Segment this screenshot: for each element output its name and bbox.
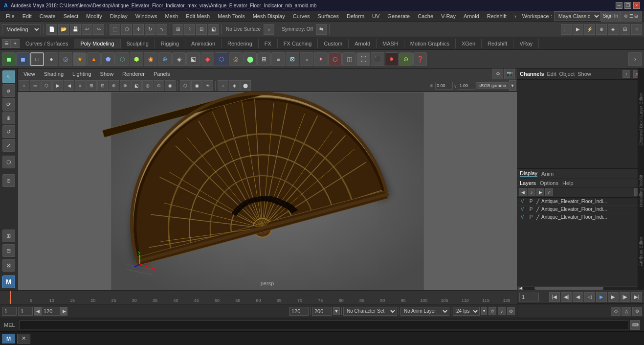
shelf-icon-20[interactable]: ≡: [271, 52, 285, 66]
snap-point[interactable]: ⊡: [196, 24, 207, 35]
shelf-icon-4[interactable]: ●: [44, 52, 58, 66]
redo-button[interactable]: ↪: [93, 24, 104, 35]
shelf-icon-22[interactable]: ⬦: [300, 52, 313, 66]
vt-shaded[interactable]: ◈: [229, 80, 240, 91]
open-scene-button[interactable]: 📂: [58, 24, 69, 35]
tab-curves-surfaces[interactable]: Curves / Surfaces: [20, 39, 74, 48]
soft-select[interactable]: ⊙: [2, 174, 15, 187]
shelf-icon-3[interactable]: □: [30, 52, 44, 66]
scroll-thumb[interactable]: [534, 287, 604, 290]
shelf-icon-21[interactable]: ⊠: [286, 52, 299, 66]
scale-button[interactable]: ⤢: [2, 139, 15, 152]
play-forward-button[interactable]: ▶: [596, 292, 607, 302]
tab-rigging[interactable]: Rigging: [155, 39, 185, 48]
symmetry-toggle[interactable]: ⇆: [316, 24, 327, 35]
show-menu[interactable]: Show: [96, 70, 118, 78]
vt-btn-1[interactable]: ○: [19, 80, 29, 91]
transform-button[interactable]: ⊕: [2, 112, 15, 124]
frame-slider[interactable]: [41, 307, 61, 316]
shelf-icon-10[interactable]: ⬢: [130, 52, 143, 66]
menu-more[interactable]: ›: [511, 12, 520, 20]
vt-texture[interactable]: ◼: [191, 80, 202, 91]
menu-redshift[interactable]: Redshift: [483, 12, 511, 20]
sign-in-button[interactable]: Sign In: [601, 11, 620, 22]
tab-mash[interactable]: MASH: [377, 39, 404, 48]
range-end[interactable]: [312, 307, 332, 316]
layers-expand[interactable]: ⤢: [545, 188, 553, 196]
vt-btn-6[interactable]: ≡: [75, 80, 86, 91]
shelf-icon-5[interactable]: ◎: [59, 52, 72, 66]
new-scene-button[interactable]: 📄: [46, 24, 57, 35]
save-scene-button[interactable]: 💾: [70, 24, 81, 35]
shelf-scroll-right[interactable]: ›: [628, 52, 642, 66]
go-end-button[interactable]: ▶|: [631, 292, 642, 302]
shelf-icon-14[interactable]: ⬕: [186, 52, 200, 66]
shelf-icon-25[interactable]: ◫: [342, 52, 356, 66]
scroll-left-btn[interactable]: ◀: [518, 287, 523, 290]
menu-select[interactable]: Select: [60, 12, 83, 20]
viewport-camera[interactable]: 📷: [504, 69, 515, 79]
shading-menu[interactable]: Shading: [40, 70, 67, 78]
shelf-icon-15[interactable]: ◆: [200, 52, 214, 66]
layer-2-v[interactable]: V: [519, 207, 526, 212]
shelf-icon-12[interactable]: ⊕: [158, 52, 172, 66]
layers-audio[interactable]: ♪: [528, 188, 535, 196]
display-tab[interactable]: Display: [520, 170, 537, 177]
tab-poly-modeling[interactable]: Poly Modeling: [74, 39, 120, 48]
play-back-button[interactable]: ◁: [584, 292, 595, 302]
vt-btn-12[interactable]: ◎: [142, 80, 153, 91]
mel-script-icon[interactable]: ⌨: [630, 320, 640, 330]
layer-1-p[interactable]: P: [528, 199, 534, 204]
vt-btn-8[interactable]: ⊟: [97, 80, 108, 91]
menu-windows[interactable]: Windows: [132, 12, 161, 20]
undo-button[interactable]: ↩: [82, 24, 92, 35]
menu-mesh-display[interactable]: Mesh Display: [249, 12, 289, 20]
settings-icon[interactable]: ⚙: [507, 307, 515, 315]
time-warp[interactable]: ↺: [489, 307, 496, 315]
select-tool[interactable]: ⬚: [110, 24, 120, 35]
hypershade[interactable]: ◈: [608, 24, 619, 35]
prev-frame-button[interactable]: ◀: [573, 292, 583, 302]
display-panel[interactable]: ⊞: [2, 230, 15, 242]
vt-wireframe[interactable]: ⬦: [218, 80, 228, 91]
uv-editor[interactable]: ⊟: [620, 24, 630, 35]
range-start[interactable]: [289, 307, 309, 316]
sound-icon[interactable]: ♪: [498, 307, 506, 315]
select-mode-button[interactable]: ↖: [2, 70, 15, 83]
vt-isolate[interactable]: ⬡: [180, 80, 191, 91]
mel-input[interactable]: [20, 321, 628, 329]
lasso-tool[interactable]: ⬡: [121, 24, 132, 35]
help-tab[interactable]: Help: [562, 180, 574, 186]
vt-btn-13[interactable]: ⊙: [154, 80, 164, 91]
shelf-icon-24[interactable]: ⬡: [328, 52, 342, 66]
menu-curves[interactable]: Curves: [289, 12, 314, 20]
shape-editor[interactable]: ⌑: [631, 24, 642, 35]
shelf-icon-17[interactable]: ◎: [229, 52, 243, 66]
shelf-icon-30[interactable]: ❓: [413, 52, 427, 66]
object-tab[interactable]: Object: [559, 71, 575, 77]
rotate-tool[interactable]: ↻: [145, 24, 155, 35]
anim-pref-button[interactable]: ⚙: [632, 307, 642, 316]
anim-layer-select[interactable]: No Anim Layer: [400, 307, 449, 316]
render-view[interactable]: ▶: [573, 24, 583, 35]
layers-next[interactable]: ▶: [536, 188, 544, 196]
vt-btn-10[interactable]: ⊗: [120, 80, 131, 91]
lighting-menu[interactable]: Lighting: [68, 70, 95, 78]
char-set-select[interactable]: No Character Set: [343, 307, 397, 316]
renderer-menu[interactable]: Renderer: [118, 70, 149, 78]
frame-slider-end-btn[interactable]: ▶: [61, 307, 67, 316]
vt-btn-5[interactable]: ◀: [64, 80, 74, 91]
snap-surface[interactable]: ⬕: [208, 24, 219, 35]
current-frame-input[interactable]: [18, 307, 33, 316]
menu-modify[interactable]: Modify: [82, 12, 106, 20]
shelf-icon-2[interactable]: ◼: [16, 52, 30, 66]
universal-manip[interactable]: ⬡: [2, 156, 15, 168]
menu-mesh[interactable]: Mesh: [161, 12, 182, 20]
restore-button[interactable]: ❐: [624, 2, 631, 9]
frame-slider-btn[interactable]: ◀: [34, 307, 41, 316]
render-all[interactable]: ⊕: [596, 24, 607, 35]
view-menu[interactable]: View: [20, 70, 39, 78]
layers-scrollbar[interactable]: ◀ ▶: [517, 286, 644, 290]
close-button[interactable]: ✕: [633, 2, 640, 9]
fps-select[interactable]: 24 fps: [453, 307, 480, 316]
